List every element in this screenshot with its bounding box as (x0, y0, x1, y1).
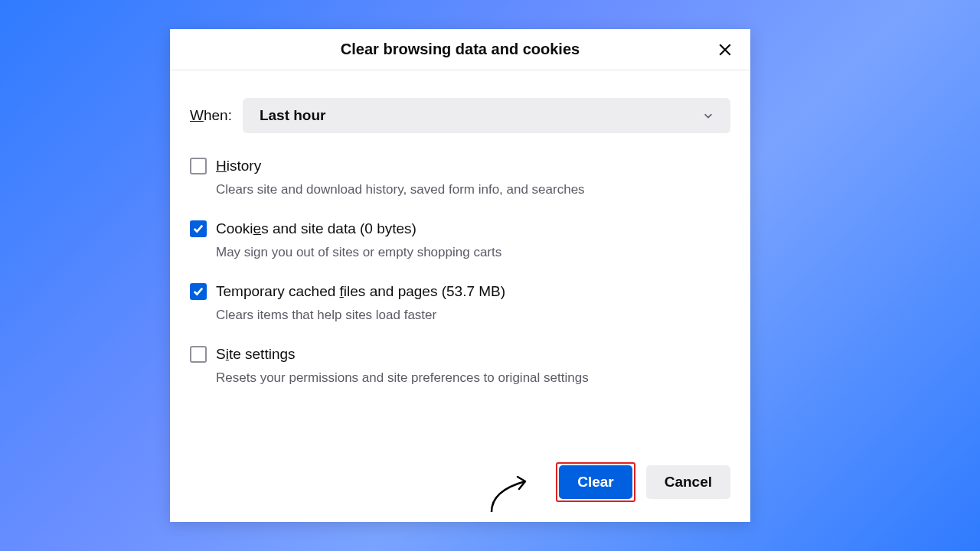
dialog-header: Clear browsing data and cookies (170, 29, 750, 70)
cancel-button[interactable]: Cancel (646, 465, 730, 499)
dialog-body: When: Last hour History Clears site and … (170, 70, 750, 386)
clear-button[interactable]: Clear (559, 465, 632, 499)
when-label: When: (190, 107, 232, 124)
arrow-icon (485, 468, 539, 514)
annotation-highlight: Clear (556, 462, 635, 502)
time-range-value: Last hour (260, 107, 326, 124)
history-checkbox[interactable] (190, 158, 207, 174)
clear-browsing-data-dialog: Clear browsing data and cookies When: La… (170, 29, 750, 522)
close-icon (718, 43, 732, 57)
annotation-arrow (485, 468, 539, 517)
chevron-down-icon (703, 110, 714, 121)
option-site-settings: Site settings Resets your permissions an… (190, 346, 730, 386)
option-description: May sign you out of sites or empty shopp… (216, 245, 730, 260)
option-description: Clears site and download history, saved … (216, 182, 730, 197)
option-label: Cookies and site data (0 bytes) (216, 220, 416, 237)
dialog-title: Clear browsing data and cookies (341, 41, 580, 58)
option-label: Site settings (216, 346, 296, 363)
option-label: Temporary cached files and pages (53.7 M… (216, 283, 505, 300)
option-description: Clears items that help sites load faster (216, 308, 730, 323)
options-list: History Clears site and download history… (190, 158, 730, 386)
cache-checkbox[interactable] (190, 283, 207, 300)
option-history: History Clears site and download history… (190, 158, 730, 197)
time-range-select[interactable]: Last hour (243, 98, 730, 133)
close-button[interactable] (714, 38, 737, 61)
dialog-footer: Clear Cancel (556, 462, 730, 502)
site-settings-checkbox[interactable] (190, 346, 207, 363)
time-range-row: When: Last hour (190, 98, 730, 133)
option-description: Resets your permissions and site prefere… (216, 370, 730, 386)
option-cache: Temporary cached files and pages (53.7 M… (190, 283, 730, 323)
option-label: History (216, 158, 261, 174)
cookies-checkbox[interactable] (190, 220, 207, 237)
option-cookies: Cookies and site data (0 bytes) May sign… (190, 220, 730, 260)
